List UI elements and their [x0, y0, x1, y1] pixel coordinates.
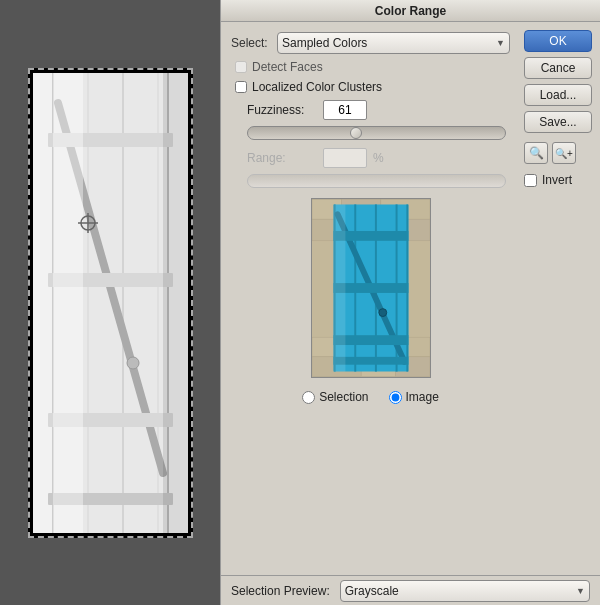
range-row: Range: %	[231, 148, 510, 168]
dialog-content: Select: Sampled Colors ▼ Detect Faces Lo…	[221, 22, 600, 575]
eyedropper-add-icon: 🔍+	[555, 148, 573, 159]
chevron-down-icon: ▼	[576, 586, 585, 596]
range-slider-track	[247, 174, 506, 188]
cancel-button[interactable]: Cance	[524, 57, 592, 79]
fuzziness-slider-track[interactable]	[247, 126, 506, 140]
canvas-bw-image	[33, 73, 188, 533]
canvas-area	[0, 0, 220, 605]
localized-checkbox[interactable]	[235, 81, 247, 93]
fuzziness-row: Fuzziness: 61	[231, 100, 510, 120]
localized-row: Localized Color Clusters	[231, 80, 510, 94]
fuzziness-slider-thumb[interactable]	[350, 127, 362, 139]
eyedropper-row: 🔍 🔍+	[524, 142, 592, 164]
chevron-down-icon: ▼	[496, 38, 505, 48]
range-label: Range:	[247, 151, 317, 165]
preview-wrapper	[231, 198, 510, 378]
detect-faces-checkbox[interactable]	[235, 61, 247, 73]
preview-image	[311, 198, 431, 378]
selection-preview-value: Grayscale	[345, 584, 399, 598]
eyedropper-normal-button[interactable]: 🔍	[524, 142, 548, 164]
title-bar: Color Range	[221, 0, 600, 22]
eyedropper-add-button[interactable]: 🔍+	[552, 142, 576, 164]
selection-radio-label[interactable]: Selection	[302, 390, 368, 404]
detect-faces-row: Detect Faces	[231, 60, 510, 74]
selection-radio[interactable]	[302, 391, 315, 404]
invert-row: Invert	[524, 173, 592, 187]
range-slider-container	[231, 174, 510, 188]
preview-svg	[312, 199, 430, 377]
svg-rect-43	[333, 204, 345, 371]
select-dropdown[interactable]: Sampled Colors ▼	[277, 32, 510, 54]
svg-rect-13	[53, 73, 83, 533]
bw-shutter-svg	[33, 73, 188, 533]
image-radio[interactable]	[389, 391, 402, 404]
selection-preview-label: Selection Preview:	[231, 584, 330, 598]
svg-rect-14	[163, 73, 188, 533]
select-value: Sampled Colors	[282, 36, 367, 50]
svg-point-12	[127, 357, 139, 369]
save-button[interactable]: Save...	[524, 111, 592, 133]
invert-checkbox[interactable]	[524, 174, 537, 187]
selection-label: Selection	[319, 390, 368, 404]
fuzziness-input[interactable]: 61	[323, 100, 367, 120]
fuzziness-label: Fuzziness:	[247, 103, 317, 117]
detect-faces-label: Detect Faces	[252, 60, 323, 74]
bottom-bar: Selection Preview: Grayscale ▼	[221, 575, 600, 605]
localized-label: Localized Color Clusters	[252, 80, 382, 94]
selection-preview-dropdown[interactable]: Grayscale ▼	[340, 580, 590, 602]
range-input	[323, 148, 367, 168]
fuzziness-slider-container	[231, 126, 510, 142]
image-radio-label[interactable]: Image	[389, 390, 439, 404]
eyedropper-icon: 🔍	[529, 146, 544, 160]
invert-label: Invert	[542, 173, 572, 187]
dialog-title: Color Range	[375, 4, 446, 18]
select-row: Select: Sampled Colors ▼	[231, 32, 510, 54]
load-button[interactable]: Load...	[524, 84, 592, 106]
dialog-main: Select: Sampled Colors ▼ Detect Faces Lo…	[221, 22, 520, 575]
range-percent: %	[373, 151, 384, 165]
radio-row: Selection Image	[231, 390, 510, 404]
color-range-dialog: Color Range Select: Sampled Colors ▼ Det…	[220, 0, 600, 605]
select-label: Select:	[231, 36, 271, 50]
image-label: Image	[406, 390, 439, 404]
svg-point-42	[378, 309, 386, 317]
dialog-buttons: OK Cance Load... Save... 🔍 🔍+ Invert	[520, 22, 600, 575]
ok-button[interactable]: OK	[524, 30, 592, 52]
canvas-image-wrapper	[28, 68, 193, 538]
